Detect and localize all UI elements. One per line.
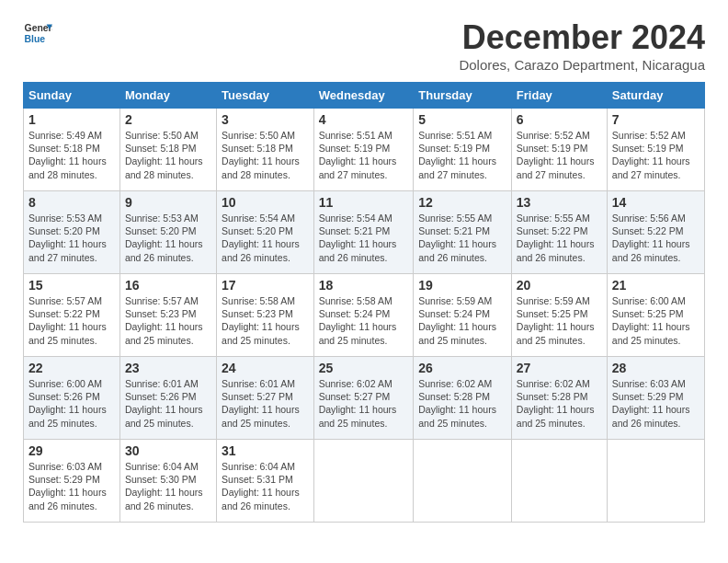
day-number: 8 (28, 195, 115, 210)
calendar-week-row: 8Sunrise: 5:53 AMSunset: 5:20 PMDaylight… (24, 191, 705, 274)
calendar-day-cell: 10Sunrise: 5:54 AMSunset: 5:20 PMDayligh… (217, 191, 314, 274)
day-number: 18 (319, 278, 409, 293)
day-number: 26 (418, 361, 506, 375)
calendar-day-cell: 18Sunrise: 5:58 AMSunset: 5:24 PMDayligh… (313, 274, 414, 357)
calendar-day-cell (313, 440, 414, 523)
day-number: 3 (222, 112, 309, 127)
day-number: 20 (517, 278, 602, 293)
calendar-body: 1Sunrise: 5:49 AMSunset: 5:18 PMDaylight… (24, 109, 705, 523)
day-number: 12 (418, 195, 506, 210)
day-number: 16 (125, 278, 211, 293)
calendar-day-cell: 7Sunrise: 5:52 AMSunset: 5:19 PMDaylight… (607, 109, 704, 191)
header-day-wednesday: Wednesday (313, 83, 414, 109)
calendar-day-cell: 2Sunrise: 5:50 AMSunset: 5:18 PMDaylight… (119, 109, 216, 191)
page-header: General Blue December 2024 Dolores, Cara… (23, 18, 705, 73)
day-number: 10 (222, 195, 309, 210)
day-number: 1 (28, 112, 115, 127)
day-number: 7 (612, 112, 700, 127)
day-info: Sunrise: 5:57 AMSunset: 5:22 PMDaylight:… (28, 294, 115, 347)
calendar-header-row: SundayMondayTuesdayWednesdayThursdayFrid… (24, 83, 705, 109)
day-number: 14 (612, 195, 700, 210)
day-info: Sunrise: 5:59 AMSunset: 5:25 PMDaylight:… (517, 294, 602, 347)
day-info: Sunrise: 5:54 AMSunset: 5:21 PMDaylight:… (319, 212, 409, 264)
day-number: 22 (28, 361, 115, 375)
day-info: Sunrise: 5:55 AMSunset: 5:22 PMDaylight:… (517, 212, 602, 264)
day-number: 25 (319, 361, 409, 375)
calendar-day-cell: 15Sunrise: 5:57 AMSunset: 5:22 PMDayligh… (24, 274, 120, 357)
day-number: 17 (222, 278, 309, 293)
day-info: Sunrise: 6:04 AMSunset: 5:31 PMDaylight:… (222, 460, 309, 512)
calendar-day-cell: 12Sunrise: 5:55 AMSunset: 5:21 PMDayligh… (414, 191, 512, 274)
calendar-day-cell: 20Sunrise: 5:59 AMSunset: 5:25 PMDayligh… (511, 274, 607, 357)
calendar-week-row: 1Sunrise: 5:49 AMSunset: 5:18 PMDaylight… (24, 109, 705, 191)
day-number: 13 (517, 195, 602, 210)
calendar-day-cell: 24Sunrise: 6:01 AMSunset: 5:27 PMDayligh… (217, 357, 314, 440)
calendar-day-cell: 30Sunrise: 6:04 AMSunset: 5:30 PMDayligh… (119, 440, 216, 523)
calendar-day-cell: 4Sunrise: 5:51 AMSunset: 5:19 PMDaylight… (313, 109, 414, 191)
calendar-table: SundayMondayTuesdayWednesdayThursdayFrid… (23, 82, 705, 523)
calendar-day-cell: 29Sunrise: 6:03 AMSunset: 5:29 PMDayligh… (24, 440, 120, 523)
day-number: 11 (319, 195, 409, 210)
calendar-week-row: 22Sunrise: 6:00 AMSunset: 5:26 PMDayligh… (24, 357, 705, 440)
day-info: Sunrise: 5:50 AMSunset: 5:18 PMDaylight:… (125, 129, 211, 181)
day-info: Sunrise: 6:03 AMSunset: 5:29 PMDaylight:… (612, 377, 700, 430)
calendar-day-cell: 9Sunrise: 5:53 AMSunset: 5:20 PMDaylight… (119, 191, 216, 274)
header-day-friday: Friday (511, 83, 607, 109)
calendar-day-cell: 8Sunrise: 5:53 AMSunset: 5:20 PMDaylight… (24, 191, 120, 274)
calendar-day-cell: 13Sunrise: 5:55 AMSunset: 5:22 PMDayligh… (511, 191, 607, 274)
header-day-sunday: Sunday (24, 83, 120, 109)
day-number: 21 (612, 278, 700, 293)
day-number: 31 (222, 443, 309, 458)
day-number: 4 (319, 112, 409, 127)
day-info: Sunrise: 6:04 AMSunset: 5:30 PMDaylight:… (125, 460, 211, 512)
logo-icon: General Blue (23, 18, 52, 48)
day-info: Sunrise: 6:03 AMSunset: 5:29 PMDaylight:… (28, 460, 115, 512)
location-title: Dolores, Carazo Department, Nicaragua (459, 57, 705, 73)
calendar-day-cell: 27Sunrise: 6:02 AMSunset: 5:28 PMDayligh… (511, 357, 607, 440)
calendar-week-row: 29Sunrise: 6:03 AMSunset: 5:29 PMDayligh… (24, 440, 705, 523)
day-info: Sunrise: 5:52 AMSunset: 5:19 PMDaylight:… (517, 129, 602, 181)
calendar-day-cell: 3Sunrise: 5:50 AMSunset: 5:18 PMDaylight… (217, 109, 314, 191)
day-info: Sunrise: 5:51 AMSunset: 5:19 PMDaylight:… (319, 129, 409, 181)
calendar-day-cell: 19Sunrise: 5:59 AMSunset: 5:24 PMDayligh… (414, 274, 512, 357)
calendar-day-cell: 26Sunrise: 6:02 AMSunset: 5:28 PMDayligh… (414, 357, 512, 440)
day-info: Sunrise: 5:53 AMSunset: 5:20 PMDaylight:… (125, 212, 211, 264)
day-info: Sunrise: 6:00 AMSunset: 5:26 PMDaylight:… (28, 377, 115, 430)
day-number: 19 (418, 278, 506, 293)
day-info: Sunrise: 5:58 AMSunset: 5:24 PMDaylight:… (319, 294, 409, 347)
day-info: Sunrise: 5:58 AMSunset: 5:23 PMDaylight:… (222, 294, 309, 347)
calendar-day-cell (414, 440, 512, 523)
calendar-day-cell: 21Sunrise: 6:00 AMSunset: 5:25 PMDayligh… (607, 274, 704, 357)
calendar-day-cell: 28Sunrise: 6:03 AMSunset: 5:29 PMDayligh… (607, 357, 704, 440)
calendar-day-cell: 1Sunrise: 5:49 AMSunset: 5:18 PMDaylight… (24, 109, 120, 191)
header-day-tuesday: Tuesday (217, 83, 314, 109)
day-info: Sunrise: 5:59 AMSunset: 5:24 PMDaylight:… (418, 294, 506, 347)
calendar-day-cell (511, 440, 607, 523)
day-number: 30 (125, 443, 211, 458)
day-info: Sunrise: 6:00 AMSunset: 5:25 PMDaylight:… (612, 294, 700, 347)
calendar-day-cell: 6Sunrise: 5:52 AMSunset: 5:19 PMDaylight… (511, 109, 607, 191)
calendar-day-cell: 5Sunrise: 5:51 AMSunset: 5:19 PMDaylight… (414, 109, 512, 191)
header-day-saturday: Saturday (607, 83, 704, 109)
calendar-day-cell: 23Sunrise: 6:01 AMSunset: 5:26 PMDayligh… (119, 357, 216, 440)
day-info: Sunrise: 6:01 AMSunset: 5:26 PMDaylight:… (125, 377, 211, 430)
day-info: Sunrise: 5:57 AMSunset: 5:23 PMDaylight:… (125, 294, 211, 347)
calendar-day-cell: 25Sunrise: 6:02 AMSunset: 5:27 PMDayligh… (313, 357, 414, 440)
day-info: Sunrise: 5:53 AMSunset: 5:20 PMDaylight:… (28, 212, 115, 264)
day-number: 9 (125, 195, 211, 210)
month-title: December 2024 (459, 18, 705, 57)
calendar-day-cell: 16Sunrise: 5:57 AMSunset: 5:23 PMDayligh… (119, 274, 216, 357)
header-day-thursday: Thursday (414, 83, 512, 109)
calendar-day-cell: 22Sunrise: 6:00 AMSunset: 5:26 PMDayligh… (24, 357, 120, 440)
day-info: Sunrise: 5:50 AMSunset: 5:18 PMDaylight:… (222, 129, 309, 181)
day-info: Sunrise: 5:51 AMSunset: 5:19 PMDaylight:… (418, 129, 506, 181)
day-info: Sunrise: 5:49 AMSunset: 5:18 PMDaylight:… (28, 129, 115, 181)
logo: General Blue (23, 18, 52, 48)
day-info: Sunrise: 6:02 AMSunset: 5:28 PMDaylight:… (517, 377, 602, 430)
day-info: Sunrise: 5:56 AMSunset: 5:22 PMDaylight:… (612, 212, 700, 264)
day-info: Sunrise: 5:54 AMSunset: 5:20 PMDaylight:… (222, 212, 309, 264)
day-info: Sunrise: 6:02 AMSunset: 5:28 PMDaylight:… (418, 377, 506, 430)
day-number: 27 (517, 361, 602, 375)
title-area: December 2024 Dolores, Carazo Department… (459, 18, 705, 73)
calendar-day-cell: 17Sunrise: 5:58 AMSunset: 5:23 PMDayligh… (217, 274, 314, 357)
